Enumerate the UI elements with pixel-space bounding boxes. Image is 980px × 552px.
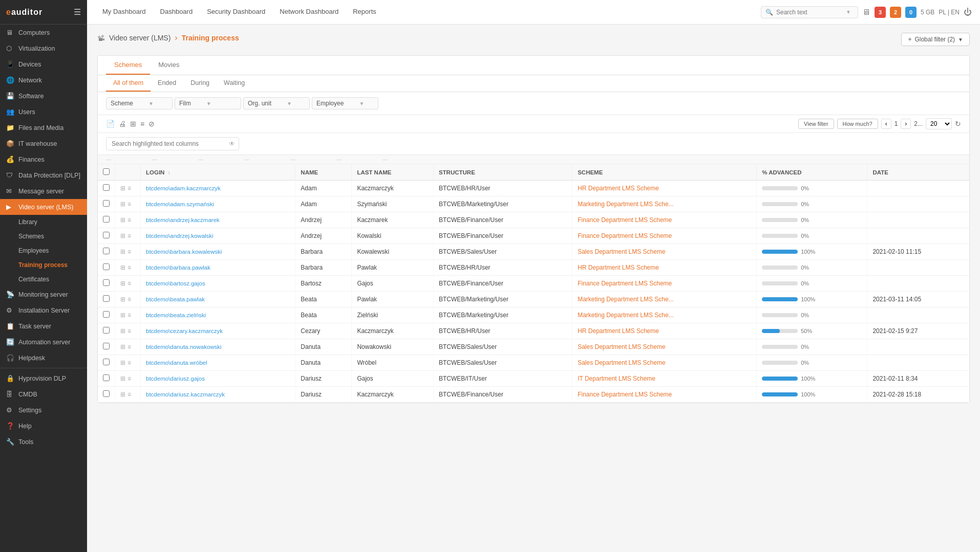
sidebar-item-finances[interactable]: 💰 Finances — [0, 151, 87, 167]
hamburger-icon[interactable]: ☰ — [74, 7, 81, 17]
col-header-scheme[interactable]: SCHEME — [572, 164, 757, 181]
scheme-link[interactable]: Sales Department LMS Scheme — [578, 343, 665, 350]
tab-network-dashboard[interactable]: Network Dashboard — [272, 0, 346, 25]
login-link[interactable]: btcdemo\andrzej.kowalski — [146, 233, 214, 239]
sidebar-item-task-server[interactable]: 📋 Task server — [0, 318, 87, 334]
power-icon[interactable]: ⏻ — [964, 8, 972, 17]
row-list-icon[interactable]: ≡ — [127, 359, 131, 366]
scheme-link[interactable]: Marketing Department LMS Sche... — [578, 201, 673, 208]
row-select-checkbox[interactable] — [103, 279, 110, 286]
row-list-icon[interactable]: ≡ — [127, 375, 131, 382]
sidebar-sub-training-process[interactable]: Training process — [0, 258, 87, 272]
row-select-checkbox[interactable] — [103, 311, 110, 318]
scheme-link[interactable]: Marketing Department LMS Sche... — [578, 312, 673, 319]
col-header-lastname[interactable]: LAST NAME — [352, 164, 434, 181]
sidebar-item-virtualization[interactable]: ⬡ Virtualization — [0, 40, 87, 56]
row-select-checkbox[interactable] — [103, 184, 110, 191]
sidebar-item-automation-server[interactable]: 🔄 Automation server — [0, 334, 87, 350]
list-icon[interactable]: ≡ — [140, 120, 144, 128]
scheme-link[interactable]: IT Department LMS Scheme — [578, 375, 655, 382]
tab-dashboard[interactable]: Dashboard — [153, 0, 200, 25]
scheme-link[interactable]: Marketing Department LMS Sche... — [578, 296, 673, 303]
filter-scheme[interactable]: Scheme ▼ — [106, 97, 173, 109]
breadcrumb-parent[interactable]: Video server (LMS) — [109, 34, 171, 42]
row-select-checkbox[interactable] — [103, 295, 110, 302]
scheme-link[interactable]: Finance Department LMS Scheme — [578, 216, 672, 224]
view-filter-button[interactable]: View filter — [798, 119, 834, 129]
next-page-button[interactable]: › — [901, 119, 911, 129]
sidebar-sub-library[interactable]: Library — [0, 215, 87, 229]
login-link[interactable]: btcdemo\barbara.pawlak — [146, 264, 210, 271]
monitor-icon[interactable]: 🖥 — [862, 8, 870, 17]
filter-org-unit[interactable]: Org. unit ▼ — [243, 97, 310, 109]
row-list-icon[interactable]: ≡ — [127, 201, 131, 208]
login-link[interactable]: btcdemo\andrzej.kaczmarek — [146, 217, 220, 223]
scheme-link[interactable]: HR Department LMS Scheme — [578, 264, 659, 271]
filter-film[interactable]: Film ▼ — [175, 97, 241, 109]
subtab-waiting[interactable]: Waiting — [217, 75, 252, 92]
scheme-link[interactable]: Sales Department LMS Scheme — [578, 359, 665, 366]
col-header-date[interactable]: DATE — [867, 164, 969, 181]
badge-orange[interactable]: 2 — [890, 7, 901, 18]
badge-red[interactable]: 3 — [875, 7, 886, 18]
row-list-icon[interactable]: ≡ — [127, 296, 131, 303]
row-grid-icon[interactable]: ⊞ — [120, 375, 125, 382]
row-grid-icon[interactable]: ⊞ — [120, 201, 125, 208]
row-list-icon[interactable]: ≡ — [127, 343, 131, 350]
col-header-advanced[interactable]: % ADVANCED — [757, 164, 867, 181]
global-filter-button[interactable]: + Global filter (2) ▼ — [901, 33, 970, 46]
column-search-input[interactable] — [106, 137, 239, 150]
scheme-link[interactable]: Finance Department LMS Scheme — [578, 232, 672, 239]
row-grid-icon[interactable]: ⊞ — [120, 391, 125, 398]
grid-icon[interactable]: ⊞ — [130, 120, 136, 128]
row-list-icon[interactable]: ≡ — [127, 248, 131, 255]
row-list-icon[interactable]: ≡ — [127, 264, 131, 271]
row-list-icon[interactable]: ≡ — [127, 280, 131, 287]
search-input[interactable] — [776, 9, 843, 16]
export-icon[interactable]: 📄 — [106, 120, 115, 128]
row-grid-icon[interactable]: ⊞ — [120, 280, 125, 287]
badge-blue[interactable]: 0 — [905, 7, 917, 18]
row-grid-icon[interactable]: ⊞ — [120, 264, 125, 271]
print-icon[interactable]: 🖨 — [119, 120, 126, 128]
sidebar-item-installation-server[interactable]: ⚙ Installation Server — [0, 302, 87, 318]
row-list-icon[interactable]: ≡ — [127, 327, 131, 335]
login-link[interactable]: btcdemo\beata.zielński — [146, 312, 206, 318]
scheme-link[interactable]: Finance Department LMS Scheme — [578, 280, 672, 287]
login-link[interactable]: btcdemo\barbara.kowalewski — [146, 249, 222, 255]
row-list-icon[interactable]: ≡ — [127, 391, 131, 398]
prev-page-button[interactable]: ‹ — [881, 119, 891, 129]
sidebar-item-tools[interactable]: 🔧 Tools — [0, 434, 87, 450]
login-link[interactable]: btcdemo\adam.kaczmarczyk — [146, 185, 221, 191]
sidebar-item-files-media[interactable]: 📁 Files and Media — [0, 120, 87, 136]
search-box[interactable]: 🔍 ▼ — [761, 6, 858, 18]
col-header-login[interactable]: LOGIN ↕ — [141, 164, 295, 181]
row-select-checkbox[interactable] — [103, 248, 110, 254]
sidebar-sub-employees[interactable]: Employees — [0, 244, 87, 258]
sidebar-item-video-server[interactable]: ▶ Video server (LMS) — [0, 199, 87, 215]
row-grid-icon[interactable]: ⊞ — [120, 327, 125, 335]
login-link[interactable]: btcdemo\bartosz.gajos — [146, 280, 205, 286]
search-dropdown-icon[interactable]: ▼ — [846, 9, 851, 15]
subtab-during[interactable]: During — [183, 75, 217, 92]
sidebar-item-hyprovision-dlp[interactable]: 🔒 Hyprovision DLP — [0, 370, 87, 386]
sidebar-item-cmdb[interactable]: 🗄 CMDB — [0, 386, 87, 402]
row-select-checkbox[interactable] — [103, 390, 110, 397]
row-grid-icon[interactable]: ⊞ — [120, 343, 125, 350]
lang-selector[interactable]: PL | EN — [939, 9, 960, 16]
sidebar-item-computers[interactable]: 🖥 Computers — [0, 25, 87, 40]
row-list-icon[interactable]: ≡ — [127, 312, 131, 319]
row-select-checkbox[interactable] — [103, 343, 110, 349]
row-grid-icon[interactable]: ⊞ — [120, 216, 125, 224]
filter-employee[interactable]: Employee ▼ — [312, 97, 378, 109]
login-link[interactable]: btcdemo\cezary.kaczmarczyk — [146, 328, 223, 334]
row-select-checkbox[interactable] — [103, 327, 110, 334]
row-select-checkbox[interactable] — [103, 200, 110, 207]
tab-movies[interactable]: Movies — [150, 56, 187, 75]
row-select-checkbox[interactable] — [103, 216, 110, 223]
row-grid-icon[interactable]: ⊞ — [120, 248, 125, 255]
row-grid-icon[interactable]: ⊞ — [120, 232, 125, 239]
filter-clear-icon[interactable]: ⊘ — [148, 120, 155, 128]
sidebar-item-users[interactable]: 👥 Users — [0, 104, 87, 120]
how-much-button[interactable]: How much? — [837, 119, 878, 129]
